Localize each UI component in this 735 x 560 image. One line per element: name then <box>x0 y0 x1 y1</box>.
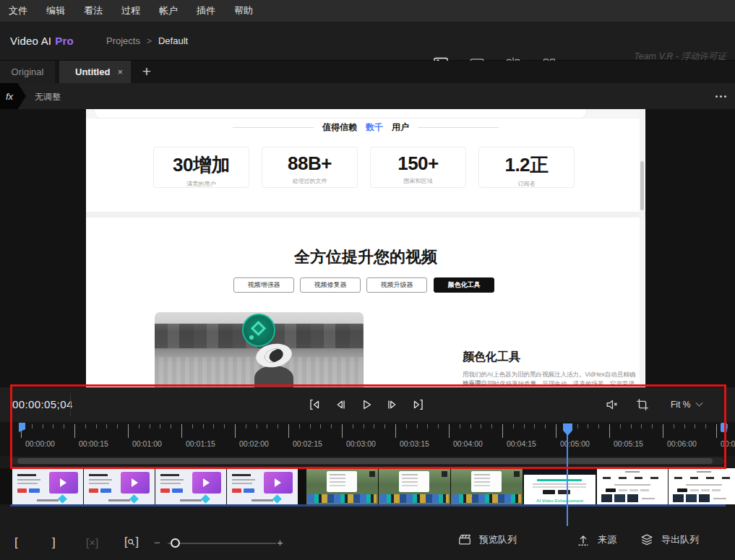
menu-bar: 文件 编辑 看法 过程 帐户 插件 帮助 <box>0 0 735 22</box>
menu-account[interactable]: 帐户 <box>159 4 178 17</box>
feature-heading: 颜色化工具 <box>463 350 520 365</box>
breadcrumb: Projects > Default <box>106 35 188 46</box>
set-out-point-button[interactable]: ] <box>52 535 56 550</box>
timeline-ruler[interactable]: 00:00:00 00:00:15 00:01:00 00:01:15 00:0… <box>0 422 735 456</box>
ruler-tick: 00:03:15 <box>395 424 449 453</box>
teal-logo-badge <box>242 314 275 347</box>
magnifier-icon <box>127 538 135 546</box>
tab-original[interactable]: Original <box>0 61 55 83</box>
bottom-toolbar: [ ] [×] [ ] − + 预览队列 来源 <box>0 507 735 560</box>
stat-card: 30增加 满意的用户 <box>153 147 249 188</box>
step-forward-icon[interactable] <box>384 397 400 413</box>
source-button[interactable]: 来源 <box>576 533 616 547</box>
ruler-tick: 00:01:00 <box>128 424 181 453</box>
play-icon[interactable] <box>358 397 374 413</box>
filter-bar: fx 无调整 <box>0 83 735 109</box>
menu-help[interactable]: 帮助 <box>234 4 253 17</box>
filmstrip-thumbnail[interactable] <box>12 468 83 504</box>
stat-card: 150+ 国家和区域 <box>370 147 466 188</box>
zoom-slider-knob[interactable] <box>171 538 180 548</box>
clear-selection-button[interactable]: [×] <box>86 536 98 548</box>
preview-right-controls: Fit % <box>604 397 702 413</box>
trust-heading: 值得信赖 数千 用户 <box>86 121 645 134</box>
timeline-scrollbar-thumb[interactable] <box>17 458 713 464</box>
filmstrip-thumbnail[interactable] <box>306 468 378 504</box>
mute-icon[interactable] <box>604 397 620 413</box>
tool-tab-upscaler: 视频升级器 <box>366 277 427 293</box>
menu-plugins[interactable]: 插件 <box>197 4 215 17</box>
chevron-down-icon <box>696 399 703 406</box>
skip-start-icon[interactable] <box>306 397 322 413</box>
filmstrip[interactable]: AI Video Enhancement <box>0 468 735 504</box>
filmstrip-thumbnail[interactable] <box>379 468 450 504</box>
zoom-fit-dropdown[interactable]: Fit % <box>671 400 702 410</box>
timeline-scrollbar[interactable] <box>10 457 724 465</box>
filmstrip-thumbnail[interactable] <box>669 468 735 504</box>
feature-body-line2: 然色调，同时保持原始质量，呈现生动、逼真的场景。它非常适合为经典电 <box>463 379 637 387</box>
menu-edit[interactable]: 编辑 <box>46 4 65 17</box>
upload-icon <box>576 533 590 547</box>
ruler-tick: 00:00:00 <box>21 424 74 453</box>
filmstrip-thumbnail[interactable]: AI Video Enhancement <box>524 468 596 504</box>
stat-card: 1.2正 订阅者 <box>478 147 575 188</box>
clapperboard-icon <box>457 533 472 547</box>
pro-badge: Pro <box>55 35 74 47</box>
page-scrollbar-thumb[interactable] <box>640 161 644 210</box>
export-queue-button[interactable]: 导出队列 <box>640 533 699 547</box>
breadcrumb-default[interactable]: Default <box>158 35 188 46</box>
filmstrip-thumbnail[interactable] <box>451 468 523 504</box>
tab-untitled[interactable]: Untitled × <box>59 61 131 83</box>
breadcrumb-projects[interactable]: Projects <box>106 35 140 46</box>
ruler-tick: 00:04:15 <box>502 424 556 453</box>
set-in-point-button[interactable]: [ <box>14 535 18 550</box>
page-section-heading: 全方位提升您的视频 <box>86 246 645 268</box>
ruler-tick: 00:06:00 <box>663 424 716 453</box>
filter-status-label: 无调整 <box>35 91 61 103</box>
step-back-icon[interactable] <box>332 397 348 413</box>
filmstrip-thumbnail[interactable] <box>84 468 155 504</box>
fx-icon: fx <box>0 83 26 109</box>
chevron-right-icon: > <box>147 36 152 46</box>
preview-queue-button[interactable]: 预览队列 <box>457 533 517 547</box>
ruler-tick: 00:01:15 <box>181 424 235 453</box>
tool-tab-colorize: 颜色化工具 <box>434 277 494 293</box>
playback-controls-bar: 00:00:05;04 <box>0 387 735 422</box>
add-tab-button[interactable]: + <box>137 62 156 81</box>
crop-icon[interactable] <box>635 397 650 413</box>
filmstrip-thumbnail[interactable] <box>597 468 668 504</box>
grayscale-photo <box>155 312 364 387</box>
zoom-out-button[interactable]: − <box>154 536 160 548</box>
app-logo: Video AIPro <box>10 35 74 47</box>
filmstrip-thumbnail[interactable] <box>155 468 226 504</box>
layers-icon <box>640 533 654 547</box>
playhead-line[interactable] <box>567 428 568 526</box>
menu-process[interactable]: 过程 <box>121 4 140 17</box>
ruler-tick: 00:00:15 <box>74 424 128 453</box>
filmstrip-thumbnail[interactable] <box>227 468 298 504</box>
ruler-tick: 00:03:00 <box>342 424 395 453</box>
tool-tab-repair: 视频修复器 <box>300 277 361 293</box>
page-scrollbar[interactable] <box>640 109 645 387</box>
stat-card: 88B+ 处理过的文件 <box>262 147 358 188</box>
menu-file[interactable]: 文件 <box>9 4 27 17</box>
close-tab-icon[interactable]: × <box>117 66 123 77</box>
ruler-tick: 00:04:00 <box>449 424 502 453</box>
timecode-display: 00:00:05;04 <box>12 398 73 410</box>
zoom-to-selection-button[interactable]: [ ] <box>124 535 139 548</box>
tool-tab-enhancer: 视频增强器 <box>233 277 294 293</box>
timeline-zoom-slider[interactable] <box>168 543 276 544</box>
ruler-tick: 00:02:00 <box>235 424 288 453</box>
out-point-marker[interactable] <box>721 423 727 432</box>
ruler-tick: 00:05:15 <box>609 424 663 453</box>
transport-controls <box>306 397 426 413</box>
zoom-in-button[interactable]: + <box>277 536 283 548</box>
tab-bar: Original Untitled × + <box>0 61 735 83</box>
more-menu-icon[interactable] <box>715 95 730 99</box>
video-frame: 值得信赖 数千 用户 30增加 满意的用户 88B+ 处理过的文件 150+ 国… <box>86 109 645 387</box>
menu-view[interactable]: 看法 <box>84 4 103 17</box>
skip-end-icon[interactable] <box>411 397 426 413</box>
ruler-tick: 00:02:15 <box>288 424 342 453</box>
header-bar: Video AIPro Projects > Default <box>0 22 735 61</box>
video-ai-window: 文件 编辑 看法 过程 帐户 插件 帮助 Video AIPro Project… <box>0 0 735 560</box>
preview-area: 值得信赖 数千 用户 30增加 满意的用户 88B+ 处理过的文件 150+ 国… <box>0 109 735 387</box>
